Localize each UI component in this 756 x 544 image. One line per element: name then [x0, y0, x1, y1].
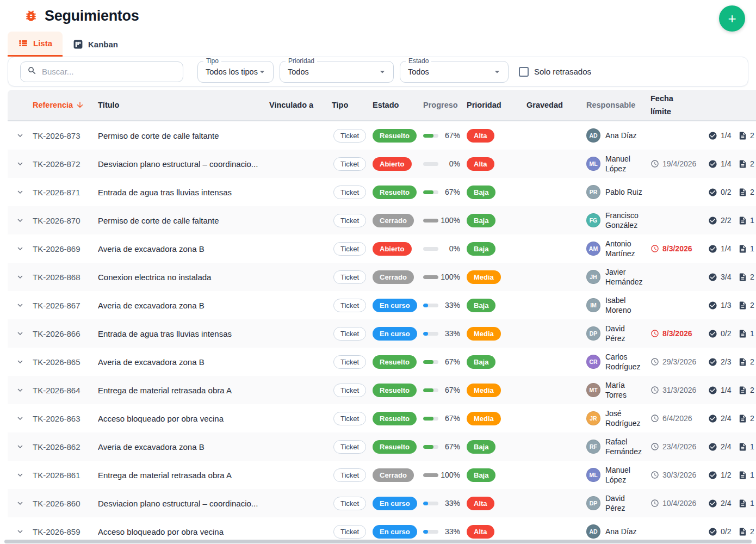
responsable-name: Rafael Fernández [605, 437, 646, 456]
row-docs: 2 [737, 414, 756, 423]
estado-badge: Resuelto [373, 129, 417, 143]
avatar: AD [586, 128, 600, 143]
chevron-down-icon[interactable] [15, 527, 25, 536]
chevron-down-icon[interactable] [15, 329, 25, 338]
seguimientos-table: Referencia Título Vinculado a Tipo Estad… [8, 90, 756, 544]
tab-lista[interactable]: Lista [8, 32, 63, 57]
estado-badge: Cerrado [373, 270, 414, 284]
progress-label: 33% [438, 301, 460, 310]
header-prioridad[interactable]: Prioridad [464, 98, 521, 112]
add-button[interactable]: + [719, 5, 745, 32]
docs-count: 2 [750, 188, 754, 196]
docs-count: 1 [750, 499, 754, 508]
docs-count: 1 [750, 216, 754, 225]
fecha-text: 31/3/2026 [662, 386, 696, 394]
prioridad-badge: Alta [467, 497, 494, 510]
table-row[interactable]: TK-2026-862Averia de excavadora zona BTi… [8, 432, 756, 461]
row-checklist: 1/2 [703, 471, 737, 480]
header-fecha-limite[interactable]: Fecha límite [646, 92, 703, 118]
prioridad-badge: Baja [467, 186, 495, 199]
prioridad-select[interactable]: Prioridad Todos [280, 61, 394, 83]
table-row[interactable]: TK-2026-868Conexion electrica no instala… [8, 263, 756, 291]
chevron-down-icon[interactable] [15, 498, 25, 508]
clock-icon [650, 244, 659, 253]
table-row[interactable]: TK-2026-860Desviacion plano estructural … [8, 489, 756, 517]
progress-bar [423, 190, 438, 194]
responsable-name: José Rodríguez [605, 409, 646, 428]
chevron-down-icon[interactable] [15, 215, 25, 225]
search-input[interactable] [42, 67, 176, 76]
table-row[interactable]: TK-2026-869Averia de excavadora zona BTi… [8, 234, 756, 263]
table-row[interactable]: TK-2026-872Desviacion plano estructural … [8, 150, 756, 178]
chevron-down-icon[interactable] [15, 442, 25, 452]
row-title: Entrega de material retrasada obra A [98, 386, 269, 395]
bug-icon [24, 9, 38, 23]
check-circle-icon [708, 216, 717, 225]
chevron-down-icon[interactable] [15, 385, 25, 395]
check-circle-icon [708, 357, 717, 367]
table-row[interactable]: TK-2026-870Permiso de corte de calle fal… [8, 206, 756, 234]
header-vinculado-a[interactable]: Vinculado a [269, 98, 332, 112]
progress-fill [423, 275, 438, 279]
table-row[interactable]: TK-2026-861Entrega de material retrasada… [8, 461, 756, 489]
chevron-down-icon[interactable] [15, 244, 25, 254]
table-row[interactable]: TK-2026-873Permiso de corte de calle fal… [8, 121, 756, 150]
responsable-name: Francisco González [605, 211, 646, 230]
checklist-count: 2/4 [721, 414, 731, 423]
header-tipo[interactable]: Tipo [332, 98, 373, 112]
estado-select[interactable]: Estado Todos [400, 61, 509, 83]
progress-label: 100% [438, 273, 460, 281]
checkbox-icon[interactable] [519, 67, 529, 77]
header-estado[interactable]: Estado [373, 98, 423, 112]
avatar: DP [586, 496, 600, 510]
chevron-down-icon[interactable] [15, 413, 25, 423]
docs-count: 1 [750, 329, 754, 338]
estado-badge: En curso [373, 525, 417, 539]
chevron-down-icon[interactable] [15, 159, 25, 169]
table-row[interactable]: TK-2026-863Acceso bloqueado por obra vec… [8, 404, 756, 432]
horizontal-scrollbar[interactable] [4, 540, 752, 543]
row-reference: TK-2026-869 [33, 244, 98, 254]
row-title: Conexion electrica no instalada [98, 273, 269, 282]
chevron-down-icon[interactable] [15, 470, 25, 480]
solo-retrasados-checkbox[interactable]: Solo retrasados [519, 67, 591, 77]
row-reference: TK-2026-873 [33, 131, 98, 140]
tipo-select[interactable]: Tipo Todos los tipos [197, 61, 274, 83]
chevron-down-icon[interactable] [15, 357, 25, 367]
tab-kanban[interactable]: Kanban [63, 32, 128, 57]
table-row[interactable]: TK-2026-867Averia de excavadora zona BTi… [8, 291, 756, 319]
row-prioridad: Alta [464, 157, 521, 171]
row-prioridad: Alta [464, 129, 521, 143]
table-row[interactable]: TK-2026-866Entrada de agua tras lluvias … [8, 319, 756, 348]
row-checklist: 1/4 [703, 131, 737, 140]
avatar: JH [586, 270, 600, 284]
header-gravedad[interactable]: Gravedad [521, 98, 582, 112]
header-referencia[interactable]: Referencia [33, 98, 98, 112]
table-row[interactable]: TK-2026-865Averia de excavadora zona BTi… [8, 348, 756, 376]
table-row[interactable]: TK-2026-871Entrada de agua tras lluvias … [8, 178, 756, 206]
progress-bar [423, 473, 438, 477]
row-progreso: 0% [423, 244, 464, 253]
chevron-down-icon[interactable] [15, 187, 25, 197]
tipo-badge: Ticket [333, 468, 366, 482]
fecha-text: 10/4/2026 [662, 499, 696, 508]
chevron-down-icon[interactable] [15, 131, 25, 140]
table-row[interactable]: TK-2026-864Entrega de material retrasada… [8, 376, 756, 404]
expand-cell [8, 385, 33, 395]
row-docs: 2 [737, 159, 756, 169]
responsable-name: Carlos Rodríguez [605, 352, 646, 372]
row-prioridad: Media [464, 384, 521, 397]
tipo-select-value: Todos los tipos [206, 67, 258, 76]
chevron-down-icon[interactable] [15, 272, 25, 282]
header-titulo[interactable]: Título [98, 98, 269, 112]
row-estado: Resuelto [373, 412, 423, 425]
row-docs: 1 [737, 244, 756, 254]
chevron-down-icon[interactable] [15, 300, 25, 310]
check-circle-icon [708, 527, 717, 536]
progress-label: 67% [438, 386, 460, 394]
row-progreso: 100% [423, 273, 464, 281]
clock-icon [650, 329, 659, 338]
row-title: Averia de excavadora zona B [98, 244, 269, 254]
expand-cell [8, 413, 33, 423]
check-circle-icon [708, 414, 717, 423]
